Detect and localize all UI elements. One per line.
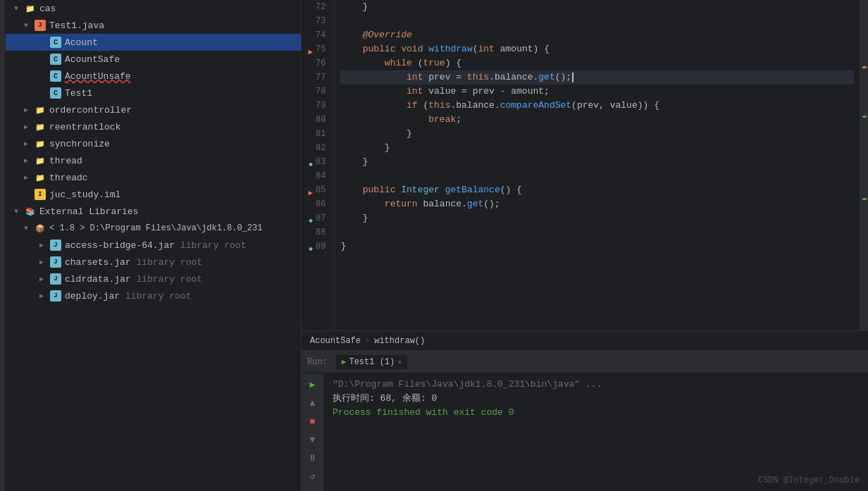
tree-item-cldrdata[interactable]: ▶ J cldrdata.jar library root	[6, 271, 301, 287]
run-tab-close[interactable]: ✕	[397, 358, 402, 366]
arrow-test1java: ▼	[24, 22, 34, 30]
tree-item-threadc[interactable]: ▶ 📁 threadc	[6, 169, 301, 186]
folder-icon-ordercontroller: 📁	[34, 104, 46, 116]
tree-label-acount: Acount	[65, 37, 98, 48]
tree-item-jdk18[interactable]: ▼ 📦 < 1.8 > D:\Program Files\Java\jdk1.8…	[6, 220, 301, 237]
scroll-gutter[interactable]	[860, 0, 868, 330]
line-86: 86	[304, 197, 328, 211]
line-79: 79	[304, 99, 328, 113]
tree-label-deploy: deploy.jar library root	[65, 291, 191, 302]
arrow-jdk18: ▼	[24, 225, 34, 232]
code-line-88	[340, 225, 854, 240]
code-line-78: int value = prev - amount;	[340, 85, 854, 99]
line-72: 72	[304, 0, 328, 14]
run-content: ▶ ▲ ■ ▼ ⏸ ↺ "D:\Program Files\Java\jdk1.…	[302, 373, 868, 491]
tree-item-charsets[interactable]: ▶ J charsets.jar library root	[6, 254, 301, 271]
arrow-ordercontroller: ▶	[24, 106, 34, 114]
arrow-reentrantlock: ▶	[24, 123, 34, 131]
tree-item-deploy[interactable]: ▶ J deploy.jar library root	[6, 287, 301, 304]
editor-wrapper: 72 73 74 ▶ 75	[302, 0, 868, 491]
line-75: ▶ 75	[304, 42, 328, 56]
run-rerun-button[interactable]: ↺	[304, 468, 321, 485]
folder-icon-threadc: 📁	[34, 172, 46, 183]
indicator-75: ▶	[304, 45, 313, 54]
arrow-access-bridge: ▶	[39, 241, 49, 249]
code-editor[interactable]: 72 73 74 ▶ 75	[302, 0, 868, 330]
tree-label-acountsafe: AcountSafe	[65, 54, 120, 65]
code-line-87: }	[340, 211, 854, 225]
run-stop-button[interactable]: ■	[304, 413, 321, 430]
jar-icon-access-bridge: J	[49, 240, 62, 251]
line-77: 77	[304, 70, 328, 85]
class-icon-acount: C	[49, 37, 62, 48]
tree-item-reentrantlock[interactable]: ▶ 📁 reentrantlock	[6, 118, 301, 135]
code-line-84	[340, 169, 854, 183]
run-tab-test1[interactable]: ▶ Test1 (1) ✕	[336, 355, 407, 369]
tree-label-test1java: Test1.java	[49, 20, 104, 31]
tree-item-acountsafe[interactable]: C AcountSafe	[6, 51, 301, 68]
tree-item-ext-libs[interactable]: ▼ 📚 External Libraries	[6, 203, 301, 220]
tree-label-threadc: threadc	[49, 173, 88, 183]
line-numbers: 72 73 74 ▶ 75	[302, 0, 335, 330]
tree-item-test1class[interactable]: C Test1	[6, 85, 301, 101]
tree-label-jdk18: < 1.8 > D:\Program Files\Java\jdk1.8.0_2…	[49, 223, 262, 233]
code-line-77: int prev = this.balance.get();	[340, 70, 854, 85]
line-78: 78	[304, 85, 328, 99]
tree-item-test1java[interactable]: ▼ J Test1.java	[6, 17, 301, 34]
tree-label-charsets: charsets.jar library root	[65, 257, 202, 268]
breadcrumb-class[interactable]: AcountSafe	[310, 336, 361, 346]
code-line-86: return balance.get();	[340, 197, 854, 211]
tree-label-cas: cas	[39, 4, 56, 14]
tree-label-ext-libs: External Libraries	[39, 206, 138, 217]
run-tab-icon: ▶	[342, 357, 347, 366]
run-pause-button[interactable]: ⏸	[304, 449, 321, 466]
indicator-72	[304, 3, 313, 11]
breadcrumb-method[interactable]: withdraw()	[374, 336, 425, 346]
line-82: 82	[304, 141, 328, 155]
indicator-81	[304, 130, 313, 138]
run-label: Run:	[307, 357, 328, 367]
arrow-ext-libs: ▼	[14, 208, 24, 216]
tree-item-acount[interactable]: C Acount	[6, 34, 301, 51]
tree-label-juc-iml: juc_study.iml	[49, 189, 120, 200]
editor-area: 72 73 74 ▶ 75	[302, 0, 868, 350]
run-output: "D:\Program Files\Java\jdk1.8.0_231\bin\…	[324, 373, 868, 491]
tree-item-thread[interactable]: ▶ 📁 thread	[6, 152, 301, 169]
indicator-88	[304, 228, 313, 237]
breadcrumb: AcountSafe › withdraw()	[302, 330, 868, 350]
tree-item-synchronize[interactable]: ▶ 📁 synchronize	[6, 135, 301, 152]
folder-icon-synchronize: 📁	[34, 138, 46, 149]
run-tab-label: Test1 (1)	[349, 357, 395, 367]
run-up-button[interactable]: ▲	[304, 394, 321, 411]
tree-item-juc-iml[interactable]: I juc_study.iml	[6, 186, 301, 203]
tree-item-acountunsafe[interactable]: C AcountUnsafe	[6, 68, 301, 85]
tree-item-ordercontroller[interactable]: ▶ 📁 ordercontroller	[6, 101, 301, 118]
code-line-80: break;	[340, 113, 854, 127]
code-line-89: }	[340, 240, 854, 254]
tree-item-cas[interactable]: ▼ 📁 cas	[6, 0, 301, 17]
line-84: 84	[304, 169, 328, 183]
run-output-path: "D:\Program Files\Java\jdk1.8.0_231\bin\…	[333, 378, 860, 392]
code-line-79: if (this.balance.compareAndSet(prev, val…	[340, 99, 854, 113]
indicator-84	[304, 172, 313, 180]
code-content[interactable]: } @Override public void withdraw(int amo…	[335, 0, 860, 330]
jar-icon-cldrdata: J	[49, 273, 62, 285]
indicator-74	[304, 31, 313, 39]
arrow-charsets: ▶	[39, 258, 49, 266]
code-line-73	[340, 14, 854, 28]
jar-icon-charsets: J	[49, 256, 62, 268]
arrow-synchronize: ▶	[24, 139, 34, 148]
indicator-77	[304, 73, 313, 82]
tree-label-thread: thread	[49, 156, 82, 166]
run-down-button[interactable]: ▼	[304, 431, 321, 448]
line-80: 80	[304, 113, 328, 127]
indicator-78	[304, 87, 313, 96]
run-play-button[interactable]: ▶	[304, 376, 321, 393]
arrow-cas: ▼	[14, 5, 24, 13]
arrow-thread: ▶	[24, 156, 34, 165]
tree-item-access-bridge[interactable]: ▶ J access-bridge-64.jar library root	[6, 237, 301, 254]
line-83: ◆ 83	[304, 155, 328, 169]
code-line-74: @Override	[340, 28, 854, 42]
run-output-result: 执行时间: 68, 余额: 0	[333, 392, 860, 406]
breadcrumb-sep: ›	[365, 336, 370, 346]
